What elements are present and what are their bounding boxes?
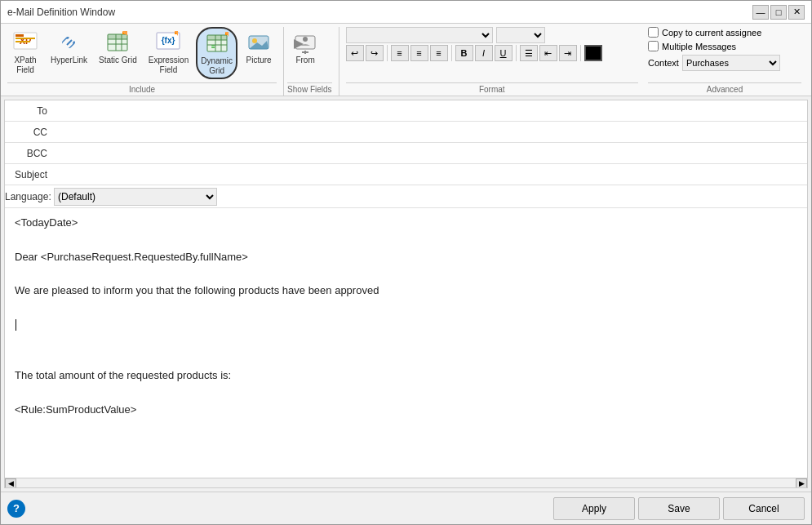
italic-button[interactable]: I	[475, 45, 493, 61]
language-select[interactable]: (Default)	[54, 188, 217, 206]
ribbon-include-group: XP XPathField	[4, 27, 284, 96]
font-size-select[interactable]	[496, 27, 545, 43]
body-line-8	[15, 350, 794, 367]
body-line-11: <Rule:SumProductValue>	[15, 402, 794, 419]
advanced-group-items: Copy to current assignee Multiple Messag…	[648, 27, 801, 82]
bold-button[interactable]: B	[455, 45, 473, 61]
body-line-10	[15, 385, 794, 402]
xpath-field-label: XPathField	[14, 56, 36, 75]
to-field-row: To	[5, 100, 807, 122]
expression-field-button[interactable]: {fx} ExpressionField	[144, 27, 193, 78]
ribbon-show-fields-group: From Show Fields	[284, 27, 339, 96]
minimize-button[interactable]: —	[752, 5, 769, 20]
svg-line-5	[67, 40, 72, 45]
align-left-button[interactable]: ≡	[391, 45, 409, 61]
copy-to-assignee-label: Copy to current assignee	[662, 28, 761, 38]
dynamic-grid-button[interactable]: ≡ DynamicGrid	[196, 27, 237, 79]
restore-button[interactable]: □	[770, 5, 787, 20]
indent-button[interactable]: ⇥	[559, 45, 577, 61]
svg-rect-2	[16, 34, 24, 37]
color-button[interactable]: ▼	[584, 45, 602, 61]
help-button[interactable]: ?	[7, 500, 25, 518]
body-line-6	[15, 300, 794, 317]
email-definition-window: e-Mail Definition Window — □ ✕ XP	[0, 0, 812, 525]
cc-label: CC	[5, 127, 54, 138]
body-line-2	[15, 232, 794, 249]
multiple-messages-row[interactable]: Multiple Messages	[648, 41, 801, 51]
static-grid-button[interactable]: Static Grid	[95, 27, 141, 68]
subject-input[interactable]	[54, 165, 807, 185]
show-fields-group-items: From	[287, 27, 331, 82]
cc-field-row: CC	[5, 122, 807, 143]
multiple-messages-checkbox[interactable]	[648, 41, 659, 51]
footer: ? Apply Save Cancel	[1, 492, 811, 524]
ribbon: XP XPathField	[1, 24, 811, 96]
email-body[interactable]: <TodayDate> Dear <PurchaseRequest.Reques…	[5, 208, 807, 478]
scroll-right-button[interactable]: ▶	[796, 478, 807, 488]
svg-rect-4	[16, 41, 30, 42]
body-line-5: We are pleased to inform you that the fo…	[15, 283, 794, 300]
scroll-left-button[interactable]: ◀	[5, 478, 16, 488]
align-right-button[interactable]: ≡	[430, 45, 448, 61]
align-center-button[interactable]: ≡	[410, 45, 428, 61]
xpath-icon: XP	[12, 29, 38, 56]
picture-label: Picture	[246, 56, 272, 65]
language-label: Language:	[5, 191, 54, 202]
dynamic-grid-icon: ≡	[204, 30, 230, 56]
cancel-button[interactable]: Cancel	[723, 497, 805, 520]
underline-button[interactable]: U	[495, 45, 512, 61]
expression-field-label: ExpressionField	[149, 56, 189, 75]
xpath-field-button[interactable]: XP XPathField	[7, 27, 43, 78]
svg-text:{fx}: {fx}	[162, 36, 175, 45]
footer-left: ?	[7, 500, 550, 518]
bcc-input[interactable]	[54, 144, 807, 163]
dynamic-grid-label: DynamicGrid	[201, 56, 233, 76]
list-button[interactable]: ☰	[520, 45, 538, 61]
context-label: Context	[648, 58, 679, 68]
context-select[interactable]: Purchases	[682, 55, 780, 71]
ribbon-format-group: ↩ ↪ ≡ ≡ ≡ B I U ☰ ⇤ ⇥ ▼ Forma	[339, 27, 645, 96]
format-row2: ↩ ↪ ≡ ≡ ≡ B I U ☰ ⇤ ⇥ ▼	[346, 45, 638, 61]
body-container: <TodayDate> Dear <PurchaseRequest.Reques…	[5, 208, 807, 478]
format-row1	[346, 27, 638, 43]
copy-to-assignee-checkbox[interactable]	[648, 27, 659, 38]
from-label: From	[295, 56, 314, 65]
hyperlink-icon	[56, 29, 82, 56]
advanced-group-label: Advanced	[648, 82, 801, 96]
to-input[interactable]	[54, 101, 807, 121]
ribbon-content: XP XPathField	[1, 24, 811, 96]
horizontal-scrollbar[interactable]: ◀ ▶	[5, 478, 807, 487]
body-line-9: The total amount of the requested produc…	[15, 367, 794, 385]
svg-text:≡: ≡	[211, 43, 215, 51]
picture-icon	[246, 29, 272, 56]
redo-button[interactable]: ↪	[366, 45, 384, 61]
close-button[interactable]: ✕	[788, 5, 805, 20]
expression-field-icon: {fx}	[155, 29, 181, 56]
picture-button[interactable]: Picture	[241, 27, 277, 68]
ribbon-advanced-group: Copy to current assignee Multiple Messag…	[645, 27, 808, 96]
bcc-field-row: BCC	[5, 143, 807, 164]
to-label: To	[5, 105, 54, 117]
save-button[interactable]: Save	[638, 497, 720, 520]
subject-row: Subject	[5, 164, 807, 185]
show-fields-label: Show Fields	[287, 82, 331, 96]
subject-label: Subject	[5, 169, 54, 180]
hyperlink-label: HyperLink	[51, 56, 87, 65]
static-grid-icon	[104, 29, 131, 56]
outdent-button[interactable]: ⇤	[539, 45, 557, 61]
apply-button[interactable]: Apply	[553, 497, 635, 520]
svg-rect-11	[108, 34, 127, 39]
copy-to-assignee-row[interactable]: Copy to current assignee	[648, 27, 801, 38]
undo-button[interactable]: ↩	[346, 45, 364, 61]
font-family-select[interactable]	[346, 27, 493, 43]
body-line-3: Dear <PurchaseRequest.RequestedBy.fullNa…	[15, 249, 794, 266]
body-line-7	[15, 334, 794, 351]
window-title: e-Mail Definition Window	[7, 7, 115, 18]
static-grid-label: Static Grid	[99, 56, 137, 65]
multiple-messages-label: Multiple Messages	[662, 42, 736, 51]
format-group-label: Format	[346, 82, 638, 96]
cc-input[interactable]	[54, 122, 807, 142]
from-button[interactable]: From	[287, 27, 323, 68]
hyperlink-button[interactable]: HyperLink	[47, 27, 91, 68]
svg-point-31	[303, 37, 308, 42]
